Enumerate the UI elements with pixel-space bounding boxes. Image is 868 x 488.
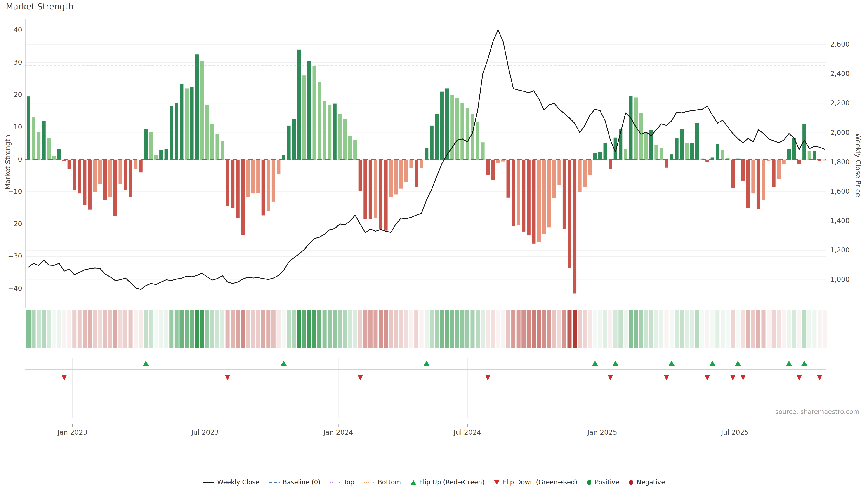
price-axis-tick-label: 1,600 [830,187,850,195]
heatmap-cell [384,310,388,348]
heatmap-cell [149,310,153,348]
strength-bar [144,129,148,160]
heatmap-cell [256,310,260,348]
strength-bar [389,160,393,197]
strength-bar [374,160,377,218]
flip-down-marker [225,375,230,381]
price-axis-tick-label: 1,000 [830,275,850,283]
strength-bar [588,160,592,175]
strength-bar [226,160,229,206]
heatmap-cell [123,310,127,348]
heatmap-cell [731,310,735,348]
strength-bar [129,160,132,197]
heatmap-cell [445,310,449,348]
strength-bar [364,160,367,219]
heatmap-cell [373,310,377,348]
heatmap-cell [517,310,521,348]
heatmap-cell [322,310,327,348]
strength-bar [277,160,280,174]
heatmap-cell [440,310,444,348]
strength-bar [522,160,525,232]
heatmap-cell [572,310,577,348]
heatmap-cell [42,310,46,348]
heatmap-cell [78,310,82,348]
strength-axis-tick-label: 0 [2,155,22,163]
strength-bar [369,160,372,219]
heatmap-cell [465,310,469,348]
heatmap-cell [823,310,827,348]
heatmap-cell [649,310,653,348]
strength-bar [287,126,291,160]
legend-item-label: Negative [637,479,665,486]
heatmap-cell [639,310,643,348]
heatmap-cell [725,310,730,348]
strength-bar [338,114,342,160]
price-axis-tick-label: 1,800 [830,158,850,166]
legend-item-label: Bottom [378,479,401,486]
strength-bar [343,119,347,160]
heatmap-cell [481,310,485,348]
price-axis-tick-label: 2,000 [830,129,850,136]
strength-bar [506,160,510,198]
strength-bar [124,160,127,190]
strength-bar [440,92,444,160]
flip-up-marker [281,361,287,365]
strength-bar [486,160,490,175]
strength-bar [200,61,204,160]
heatmap-cell [772,310,776,348]
flip-down-marker [730,375,735,381]
strength-bar [460,103,464,160]
heatmap-cell [450,310,454,348]
heatmap-cell [547,310,551,348]
strength-bar [180,84,183,160]
heatmap-cell [368,310,373,348]
heatmap-cell [348,310,352,348]
positive-dot-icon [586,479,592,486]
heatmap-cell [680,310,684,348]
strength-bar [164,149,168,160]
heatmap-cell [338,310,342,348]
heatmap-cell [522,310,526,348]
price-axis-tick-label: 2,400 [830,70,850,77]
strength-bar [348,136,352,160]
heatmap-cell [460,310,464,348]
strength-bar [47,138,51,160]
heatmap-cell [578,310,582,348]
strength-bar [215,134,219,160]
strength-bar [394,160,398,194]
legend-item-label: Positive [595,479,619,486]
strength-bar [741,160,745,181]
heatmap-cell [72,310,76,348]
heatmap-cell [343,310,347,348]
strength-bar [512,160,515,226]
strength-bar [103,160,107,200]
heatmap-cell [802,310,806,348]
heatmap-cell [62,310,66,348]
heatmap-cell [435,310,439,348]
strength-axis-tick-label: 30 [2,58,22,66]
heatmap-cell [379,310,383,348]
strength-bar [471,114,474,160]
strength-bar [175,103,178,160]
legend-item: Bottom [364,479,401,486]
strength-bar [537,160,541,242]
strength-axis-tick-label: −40 [2,285,22,292]
legend-item: Top [330,479,354,486]
heatmap-cell [113,310,117,348]
flip-up-marker [786,361,792,365]
strength-bar [425,148,428,160]
strength-bar [119,160,122,184]
x-axis-tick-label: Jul 2025 [710,428,760,436]
strength-bar [578,160,582,192]
heatmap-cell [328,310,332,348]
strength-bar [430,126,434,160]
heatmap-cell [751,310,755,348]
heatmap-cell [32,310,36,348]
flip-down-triangle-icon [493,480,500,485]
flip-up-marker [424,361,430,365]
heatmap-cell [812,310,816,348]
strength-bar [221,141,224,160]
strength-axis-tick-label: 40 [2,26,22,34]
heatmap-cell [180,310,184,348]
strength-bar [83,160,86,205]
